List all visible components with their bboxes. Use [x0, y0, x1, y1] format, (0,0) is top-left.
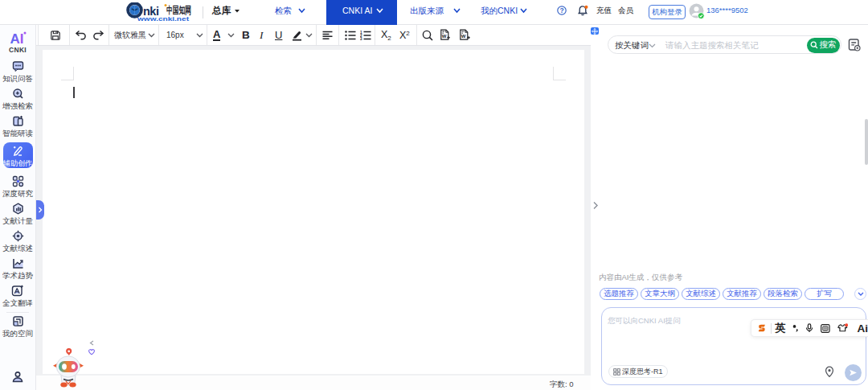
svg-text:W: W — [461, 34, 466, 39]
svg-text:W: W — [442, 34, 447, 39]
svg-text:?: ? — [559, 6, 563, 14]
svg-text:CNKI: CNKI — [9, 46, 27, 53]
svg-text:中国知网: 中国知网 — [166, 5, 191, 16]
svg-text:www.cnki.net: www.cnki.net — [137, 16, 190, 22]
svg-text:AI: AI — [10, 31, 24, 47]
svg-text:3: 3 — [360, 37, 362, 40]
